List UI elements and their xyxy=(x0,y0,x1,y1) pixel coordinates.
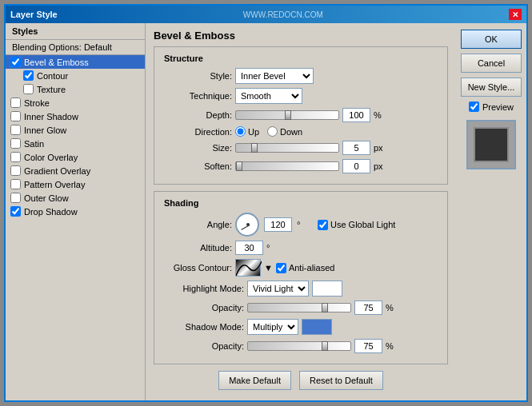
inner-glow-checkbox[interactable] xyxy=(10,125,21,135)
angle-dot xyxy=(246,223,250,226)
soften-slider[interactable] xyxy=(235,161,339,171)
texture-label: Texture xyxy=(37,85,66,94)
stroke-checkbox[interactable] xyxy=(10,98,21,108)
title-bar-text: Layer Style xyxy=(10,10,58,19)
depth-thumb[interactable] xyxy=(285,110,291,120)
style-select[interactable]: Inner Bevel Outer Bevel Emboss Pillow Em… xyxy=(235,68,314,84)
depth-row: Depth: % xyxy=(164,108,438,122)
anti-aliased-checkbox[interactable] xyxy=(276,263,286,273)
sidebar-item-inner-shadow[interactable]: Inner Shadow xyxy=(6,109,145,123)
satin-checkbox[interactable] xyxy=(10,138,21,149)
sidebar-item-outer-glow[interactable]: Outer Glow xyxy=(6,191,145,205)
depth-label: Depth: xyxy=(164,110,232,120)
sidebar-item-contour[interactable]: Contour xyxy=(6,69,145,82)
drop-shadow-label: Drop Shadow xyxy=(24,207,78,217)
anti-aliased-option[interactable]: Anti-aliased xyxy=(276,263,334,273)
depth-unit: % xyxy=(374,110,390,120)
shadow-label: Shadow Mode: xyxy=(164,322,244,332)
depth-input[interactable] xyxy=(342,108,370,122)
depth-slider[interactable] xyxy=(235,110,339,120)
direction-down-radio[interactable] xyxy=(267,126,278,137)
shadow-opacity-input[interactable] xyxy=(354,339,382,353)
shadow-opacity-thumb[interactable] xyxy=(322,341,328,351)
ok-button[interactable]: OK xyxy=(461,30,522,49)
direction-radio-group: Up Down xyxy=(235,126,302,137)
sidebar-item-pattern-overlay[interactable]: Pattern Overlay xyxy=(6,177,145,191)
highlight-opacity-slider[interactable] xyxy=(247,303,351,312)
style-row: Style: Inner Bevel Outer Bevel Emboss Pi… xyxy=(164,68,438,84)
pattern-overlay-checkbox[interactable] xyxy=(10,179,21,189)
angle-wheel[interactable] xyxy=(235,213,259,237)
sidebar-item-gradient-overlay[interactable]: Gradient Overlay xyxy=(6,164,145,177)
soften-thumb[interactable] xyxy=(236,161,242,171)
direction-up-label: Up xyxy=(248,127,259,137)
sidebar-item-color-overlay[interactable]: Color Overlay xyxy=(6,150,145,164)
direction-up-option[interactable]: Up xyxy=(235,126,259,137)
close-button[interactable]: ✕ xyxy=(509,9,522,20)
sidebar-item-stroke[interactable]: Stroke xyxy=(6,96,145,109)
global-light-option[interactable]: Use Global Light xyxy=(318,220,395,230)
shadow-color-swatch[interactable] xyxy=(302,319,332,335)
size-thumb[interactable] xyxy=(251,143,258,153)
preview-checkbox[interactable] xyxy=(469,102,479,112)
highlight-color-swatch[interactable] xyxy=(312,281,342,297)
global-light-checkbox[interactable] xyxy=(318,220,328,230)
cancel-button[interactable]: Cancel xyxy=(461,54,522,73)
outer-glow-checkbox[interactable] xyxy=(10,193,21,203)
texture-checkbox[interactable] xyxy=(23,84,34,94)
direction-down-label: Down xyxy=(280,127,302,137)
inner-glow-label: Inner Glow xyxy=(24,125,66,135)
new-style-button[interactable]: New Style... xyxy=(461,78,522,97)
drop-shadow-checkbox[interactable] xyxy=(10,206,21,217)
highlight-row: Highlight Mode: Vivid Light Normal Scree… xyxy=(164,281,438,297)
sidebar-item-drop-shadow[interactable]: Drop Shadow xyxy=(6,205,145,218)
shadow-mode-row: Shadow Mode: Multiply Normal Screen xyxy=(164,319,438,335)
dialog-body: Styles Blending Options: Default Bevel &… xyxy=(6,23,526,400)
angle-unit: ° xyxy=(297,220,313,229)
dropdown-arrow[interactable]: ▼ xyxy=(264,263,273,273)
gloss-contour-preview[interactable] xyxy=(235,259,261,277)
sidebar-item-bevel-emboss[interactable]: Bevel & Emboss xyxy=(6,55,145,69)
blending-options[interactable]: Blending Options: Default xyxy=(6,40,145,55)
style-label: Style: xyxy=(164,71,232,81)
angle-input[interactable] xyxy=(264,217,292,232)
make-default-button[interactable]: Make Default xyxy=(218,371,291,390)
size-slider[interactable] xyxy=(235,143,339,153)
direction-up-radio[interactable] xyxy=(235,126,246,137)
shadow-opacity-slider[interactable] xyxy=(247,341,351,351)
technique-select[interactable]: Smooth Chisel Hard Chisel Soft xyxy=(235,88,302,104)
contour-checkbox[interactable] xyxy=(23,70,34,81)
shadow-select[interactable]: Multiply Normal Screen xyxy=(247,319,298,335)
highlight-opacity-input[interactable] xyxy=(354,301,382,315)
soften-input[interactable] xyxy=(342,159,370,173)
sidebar-item-texture[interactable]: Texture xyxy=(6,82,145,96)
highlight-select[interactable]: Vivid Light Normal Screen Overlay xyxy=(247,281,309,297)
highlight-opacity-thumb[interactable] xyxy=(322,303,328,312)
section-title: Bevel & Emboss xyxy=(154,30,448,42)
shadow-opacity-label: Opacity: xyxy=(164,341,244,351)
inner-shadow-checkbox[interactable] xyxy=(10,111,21,121)
direction-down-option[interactable]: Down xyxy=(267,126,302,137)
preview-box xyxy=(466,120,516,169)
stroke-label: Stroke xyxy=(24,98,50,108)
gradient-overlay-checkbox[interactable] xyxy=(10,165,21,176)
sidebar-item-inner-glow[interactable]: Inner Glow xyxy=(6,123,145,137)
styles-header: Styles xyxy=(6,23,145,40)
size-row: Size: px xyxy=(164,141,438,155)
altitude-unit: ° xyxy=(266,243,282,253)
shading-section: Shading Angle: ° Use Global Light xyxy=(154,191,448,364)
bottom-buttons: Make Default Reset to Default xyxy=(154,371,448,390)
sidebar-item-satin[interactable]: Satin xyxy=(6,137,145,150)
anti-aliased-label: Anti-aliased xyxy=(289,263,334,273)
inner-shadow-label: Inner Shadow xyxy=(24,112,78,121)
soften-unit: px xyxy=(374,161,390,171)
altitude-input[interactable] xyxy=(235,241,263,255)
technique-label: Technique: xyxy=(164,91,232,101)
outer-glow-label: Outer Glow xyxy=(24,193,69,203)
color-overlay-checkbox[interactable] xyxy=(10,152,21,162)
reset-default-button[interactable]: Reset to Default xyxy=(299,371,383,390)
gloss-control: ▼ Anti-aliased xyxy=(235,259,334,277)
altitude-label: Altitude: xyxy=(164,243,232,253)
bevel-emboss-checkbox[interactable] xyxy=(10,57,21,67)
size-input[interactable] xyxy=(342,141,370,155)
